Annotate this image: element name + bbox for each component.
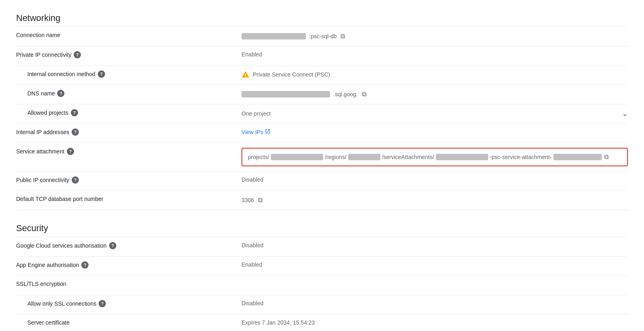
private-ip-value: Enabled [242,51,628,58]
server-cert-value: Expires 7 Jan 2034, 15:54:23 [242,319,628,326]
ssl-connections-value: Disabled [242,300,628,306]
allowed-projects-value: One project ⌄ [242,109,628,118]
sa-redacted1 [271,154,323,160]
internal-connection-label: Internal connection method ? [16,70,242,78]
dns-name-suffix: .sql.goog. [333,91,358,97]
ssl-tls-label: SSL/TLS encryption [16,281,242,287]
connection-name-suffix: :psc-sql-db [309,33,336,39]
server-cert-row: Server certificate Expires 7 Jan 2034, 1… [16,314,628,331]
sa-prefix: projects/ [248,154,269,160]
tcp-port-row: Default TCP database port number 3306 ⧉ [16,191,628,210]
service-attachment-value: projects/ /regions/ /serviceAttachments/… [242,148,628,166]
ssl-tls-row: SSL/TLS encryption [16,276,628,295]
connection-name-value: :psc-sql-db ⧉ [242,32,628,41]
allowed-projects-label: Allowed projects ? [16,109,242,116]
service-attachment-row: Service attachment ? projects/ /regions/… [16,143,628,172]
allowed-projects-expand-icon[interactable]: ⌄ [622,109,628,118]
internal-ip-row: Internal IP addresses ? View IPs [16,124,628,143]
internal-ip-help-icon[interactable]: ? [72,128,79,136]
appengine-auth-label: App Engine authorisation ? [16,261,242,269]
public-ip-label: Public IP connectivity ? [16,176,242,184]
external-link-icon [265,128,270,135]
networking-section: Networking Connection name :psc-sql-db ⧉… [16,13,628,210]
ssl-connections-label: Allow only SSL connections ? [16,300,242,307]
dns-name-help-icon[interactable]: ? [57,90,64,97]
view-ips-link[interactable]: View IPs [242,128,270,135]
public-ip-value: Disabled [242,176,628,183]
service-attachment-label: Service attachment ? [16,148,242,155]
public-ip-help-icon[interactable]: ? [72,176,79,184]
sa-redacted4 [553,154,602,160]
internal-connection-value: Private Service Connect (PSC) [242,70,628,79]
dns-name-redacted [242,91,330,97]
gcloud-auth-label: Google Cloud services authorisation ? [16,242,242,249]
networking-title: Networking [16,13,628,23]
sa-redacted2 [348,154,380,160]
dns-name-copy-icon[interactable]: ⧉ [361,90,367,99]
private-ip-row: Private IP connectivity ? Enabled [16,46,628,66]
ssl-connections-help-icon[interactable]: ? [99,300,106,307]
security-title: Security [16,223,628,234]
internal-ip-value: View IPs [242,128,628,135]
sa-middle2: /serviceAttachments/ [382,154,434,160]
allowed-projects-row: Allowed projects ? One project ⌄ [16,104,628,124]
sa-redacted3 [436,154,488,160]
dns-name-value: .sql.goog. ⧉ [242,90,628,99]
service-attachment-text: projects/ /regions/ /serviceAttachments/… [248,153,621,161]
internal-ip-label: Internal IP addresses ? [16,128,242,136]
service-attachment-box: projects/ /regions/ /serviceAttachments/… [242,148,628,166]
appengine-auth-row: App Engine authorisation ? Enabled [16,257,628,276]
service-attachment-copy-icon[interactable]: ⧉ [603,153,609,161]
appengine-auth-value: Enabled [242,261,628,268]
connection-name-redacted [242,33,306,39]
connection-name-copy-icon[interactable]: ⧉ [340,32,346,41]
private-ip-help-icon[interactable]: ? [74,51,81,58]
security-section: Security Google Cloud services authorisa… [16,223,628,331]
ssl-connections-row: Allow only SSL connections ? Disabled [16,295,628,314]
internal-connection-help-icon[interactable]: ? [98,70,105,78]
tcp-port-label: Default TCP database port number [16,196,242,202]
internal-connection-row: Internal connection method ? Private Ser… [16,66,628,85]
tcp-port-value: 3306 ⧉ [242,196,628,205]
gcloud-auth-row: Google Cloud services authorisation ? Di… [16,237,628,257]
service-attachment-help-icon[interactable]: ? [67,148,74,155]
dns-name-row: DNS name ? .sql.goog. ⧉ [16,85,628,104]
sa-middle1: /regions/ [325,154,347,160]
gcloud-auth-help-icon[interactable]: ? [109,242,116,249]
warning-icon [242,70,250,79]
server-cert-label: Server certificate [16,319,242,326]
connection-name-row: Connection name :psc-sql-db ⧉ [16,27,628,46]
connection-name-label: Connection name [16,32,242,38]
gcloud-auth-value: Disabled [242,242,628,248]
sa-suffix: -psc-service-attachment- [490,154,552,160]
appengine-auth-help-icon[interactable]: ? [81,261,89,269]
private-ip-label: Private IP connectivity ? [16,51,242,58]
allowed-projects-help-icon[interactable]: ? [71,109,78,116]
public-ip-row: Public IP connectivity ? Disabled [16,172,628,191]
tcp-port-copy-icon[interactable]: ⧉ [257,196,263,205]
dns-name-label: DNS name ? [16,90,242,97]
